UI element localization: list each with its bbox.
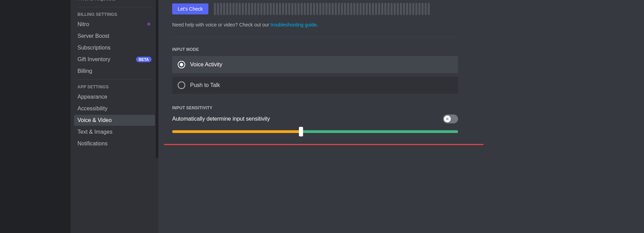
mic-bar (360, 3, 362, 15)
mic-bar (341, 3, 343, 15)
mic-bar (232, 3, 235, 15)
mic-bar (403, 3, 405, 15)
mic-bar (279, 3, 281, 15)
mic-bar (335, 3, 337, 15)
mic-bar (214, 3, 216, 15)
mic-bar (316, 3, 318, 15)
mic-bar (220, 3, 222, 15)
sidebar-item-text-images[interactable]: Text & Images (74, 126, 155, 137)
slider-handle[interactable] (299, 127, 303, 136)
mic-bar (294, 3, 297, 15)
input-sensitivity-header: Input Sensitivity (172, 106, 630, 110)
nitro-icon (146, 21, 152, 28)
sensitivity-slider[interactable] (172, 130, 458, 133)
mic-bar (273, 3, 275, 15)
mic-bar (372, 3, 374, 15)
main-content: Let's Check Need help with voice or vide… (158, 0, 644, 233)
mic-bar (242, 3, 244, 15)
mic-bar (245, 3, 247, 15)
mic-bar (267, 3, 269, 15)
sidebar-item-nitro[interactable]: Nitro (74, 19, 155, 30)
mic-bar (217, 3, 219, 15)
mic-bar (406, 3, 408, 15)
radio-voice-activity[interactable]: Voice Activity (172, 56, 458, 73)
mic-bar (226, 3, 228, 15)
mic-bar (350, 3, 352, 15)
sidebar-item-accessibility[interactable]: Accessibility (74, 103, 155, 114)
mic-bar (397, 3, 399, 15)
mic-bar (425, 3, 427, 15)
sidebar-item-label: Nitro (77, 21, 89, 28)
radio-icon (178, 61, 185, 68)
sidebar-item-label: Appearance (77, 93, 107, 100)
mic-bar (422, 3, 424, 15)
sidebar-item-notifications[interactable]: Notifications (74, 138, 155, 149)
mic-bar (338, 3, 340, 15)
mic-bar (307, 3, 309, 15)
mic-bar (391, 3, 393, 15)
mic-bar (270, 3, 272, 15)
help-text-prefix: Need help with voice or video? Check out… (172, 22, 271, 27)
mic-bar (313, 3, 315, 15)
sidebar-item-label: Text & Images (77, 129, 112, 135)
help-text-suffix: . (317, 22, 318, 27)
radio-push-to-talk[interactable]: Push to Talk (172, 77, 458, 94)
mic-bar (387, 3, 389, 15)
svg-point-1 (148, 23, 149, 24)
sidebar-item-label: Server Boost (77, 33, 109, 40)
mic-bar (263, 3, 266, 15)
sidebar-item-label: Billing (77, 68, 92, 75)
settings-sidebar: Friend requests Billing Settings Nitro S… (71, 0, 158, 233)
beta-badge: Beta (136, 57, 152, 62)
close-icon (445, 117, 449, 121)
mic-bar (248, 3, 250, 15)
mic-bar (282, 3, 284, 15)
sidebar-item-friend-requests[interactable]: Friend requests (74, 0, 155, 4)
mic-bar (322, 3, 324, 15)
mic-bar (428, 3, 430, 15)
mic-bar (418, 3, 420, 15)
mic-bar (229, 3, 231, 15)
sidebar-scrollbar-track[interactable] (156, 0, 158, 233)
mic-level-meter (214, 3, 462, 15)
mic-bar (304, 3, 306, 15)
mic-bar (381, 3, 383, 15)
mic-bar (332, 3, 334, 15)
sidebar-item-appearance[interactable]: Appearance (74, 91, 155, 102)
sidebar-item-label: Gift Inventory (77, 56, 110, 63)
mic-bar (412, 3, 414, 15)
mic-bar (319, 3, 321, 15)
sidebar-item-subscriptions[interactable]: Subscriptions (74, 42, 155, 53)
sidebar-item-label: Subscriptions (77, 44, 111, 51)
mic-bar (257, 3, 259, 15)
sidebar-scrollbar-thumb[interactable] (156, 0, 158, 158)
sidebar-item-gift-inventory[interactable]: Gift Inventory Beta (74, 54, 155, 65)
auto-sensitivity-toggle[interactable] (443, 114, 458, 123)
mic-bar (301, 3, 303, 15)
mic-bar (415, 3, 417, 15)
mic-bar (276, 3, 278, 15)
sidebar-item-server-boost[interactable]: Server Boost (74, 31, 155, 42)
sidebar-divider (77, 79, 152, 80)
sidebar-item-billing[interactable]: Billing (74, 66, 155, 77)
help-text: Need help with voice or video? Check out… (172, 22, 630, 27)
sidebar-category-billing: Billing Settings (74, 10, 155, 19)
mic-bar (298, 3, 300, 15)
mic-bar (288, 3, 290, 15)
toggle-knob (444, 115, 451, 122)
mic-bar (384, 3, 386, 15)
troubleshooting-link[interactable]: troubleshooting guide (271, 22, 317, 27)
left-gutter (0, 0, 71, 233)
red-divider (164, 144, 484, 145)
mic-bar (251, 3, 253, 15)
input-mode-header: Input Mode (172, 47, 630, 52)
mic-bar (325, 3, 328, 15)
sidebar-item-voice-video[interactable]: Voice & Video (74, 115, 155, 126)
mic-test-row: Let's Check (172, 3, 630, 15)
mic-bar (254, 3, 256, 15)
mic-bar (369, 3, 371, 15)
mic-bar (347, 3, 349, 15)
lets-check-button[interactable]: Let's Check (172, 3, 208, 14)
sidebar-item-label: Friend requests (77, 0, 116, 2)
mic-bar (291, 3, 293, 15)
